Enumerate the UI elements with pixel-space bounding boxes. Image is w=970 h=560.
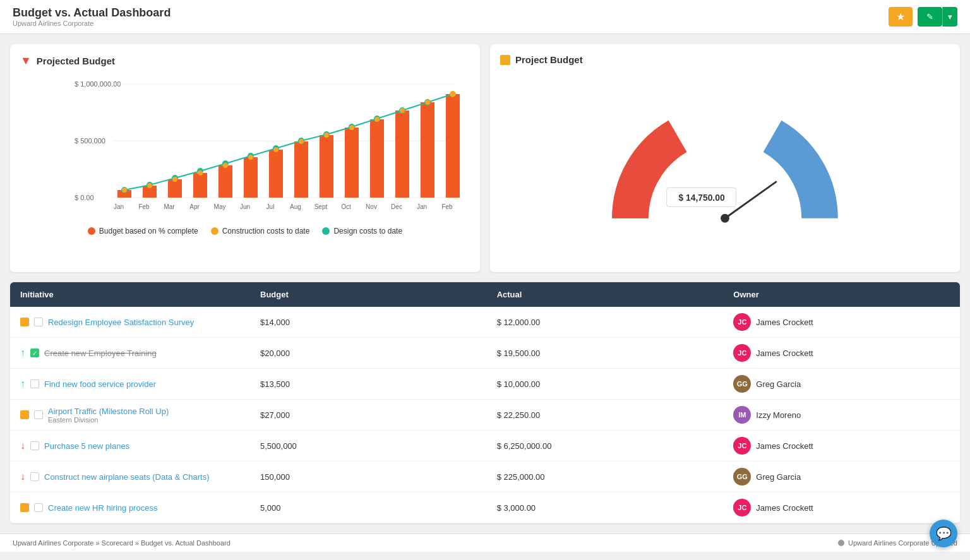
svg-text:Jan: Jan xyxy=(417,203,427,210)
budget-cell: 150,000 xyxy=(250,462,487,492)
legend-item-construction: Construction costs to date xyxy=(211,227,310,235)
initiative-name[interactable]: Purchase 5 new planes xyxy=(44,441,129,451)
initiative-name[interactable]: Construct new airplane seats (Data & Cha… xyxy=(44,472,210,482)
initiative-name[interactable]: Redesign Employee Satisfaction Survey xyxy=(48,318,194,327)
row-checkbox[interactable] xyxy=(34,318,43,326)
svg-rect-14 xyxy=(320,135,333,198)
table-header: Initiative Budget Actual Owner xyxy=(10,282,960,307)
svg-point-37 xyxy=(198,170,203,176)
chat-bubble-button[interactable]: 💬 xyxy=(930,520,957,547)
svg-point-40 xyxy=(273,147,278,152)
svg-text:$ 14,750.00: $ 14,750.00 xyxy=(679,193,725,203)
initiative-sub: Eastern Division xyxy=(48,416,169,424)
table-row: ↓ Construct new airplane seats (Data & C… xyxy=(10,462,960,492)
owner-cell: JC James Crockett xyxy=(723,492,960,523)
initiative-cell: ↑ ✓ Create new Employee Training xyxy=(10,338,250,368)
owner-name: James Crockett xyxy=(756,503,813,513)
edit-button[interactable]: ✎ xyxy=(918,7,942,27)
table-row: ↑ ✓ Create new Employee Training $20,000… xyxy=(10,338,960,369)
row-checkbox[interactable]: ✓ xyxy=(30,349,39,357)
svg-point-62 xyxy=(659,153,791,262)
page-subtitle: Upward Airlines Corporate xyxy=(13,20,171,27)
svg-text:Jan: Jan xyxy=(114,203,124,210)
svg-rect-16 xyxy=(370,119,384,198)
legend-item-budget: Budget based on % complete xyxy=(88,227,198,235)
initiative-name[interactable]: Airport Traffic (Milestone Roll Up) xyxy=(48,407,169,416)
svg-rect-17 xyxy=(395,110,409,198)
chart-legend: Budget based on % complete Construction … xyxy=(20,227,470,235)
svg-text:Feb: Feb xyxy=(441,203,453,210)
row-indicator xyxy=(20,318,29,326)
owner-name: Izzy Moreno xyxy=(756,410,801,420)
col-owner: Owner xyxy=(723,282,960,307)
svg-text:Nov: Nov xyxy=(366,203,377,210)
footer-breadcrumb: Upward Airlines Corporate » Scorecard » … xyxy=(13,539,231,547)
legend-dot-design xyxy=(322,227,330,235)
table-row: ↑ Find new food service provider $13,500… xyxy=(10,369,960,400)
legend-label-budget: Budget based on % complete xyxy=(99,227,198,235)
row-checkbox[interactable] xyxy=(34,503,43,512)
table-row: Redesign Employee Satisfaction Survey $1… xyxy=(10,307,960,338)
edit-dropdown-button[interactable]: ▾ xyxy=(942,7,957,27)
row-checkbox[interactable] xyxy=(30,472,39,481)
owner-name: James Crockett xyxy=(756,441,813,451)
svg-text:Jun: Jun xyxy=(240,203,250,210)
star-button[interactable]: ★ xyxy=(889,7,913,27)
project-budget-icon xyxy=(500,55,510,65)
svg-rect-9 xyxy=(193,173,207,198)
avatar: JC xyxy=(733,499,751,516)
main-content: ▼ Projected Budget $ 1,000,000.00 $ 500,… xyxy=(0,34,970,533)
avatar: IM xyxy=(733,406,751,424)
page-title: Budget vs. Actual Dashboard xyxy=(13,6,171,20)
svg-rect-15 xyxy=(345,128,359,198)
svg-text:Dec: Dec xyxy=(391,203,402,210)
svg-rect-13 xyxy=(294,141,308,198)
bar-chart-svg: $ 1,000,000.00 $ 500,000 $ 0.00 xyxy=(20,75,470,220)
initiative-cell: ↓ Purchase 5 new planes xyxy=(10,431,250,461)
svg-point-38 xyxy=(223,163,228,168)
svg-point-42 xyxy=(324,133,329,138)
owner-name: Greg Garcia xyxy=(756,472,801,482)
gauge-svg: $ 14,750.00 xyxy=(599,73,851,262)
footer-status-dot xyxy=(838,540,844,546)
actual-cell: $ 22,250.00 xyxy=(487,400,724,430)
row-indicator xyxy=(20,410,29,419)
owner-cell: IM Izzy Moreno xyxy=(723,400,960,430)
initiative-name[interactable]: Find new food service provider xyxy=(44,379,156,389)
row-checkbox[interactable] xyxy=(34,410,43,419)
trend-up-icon: ↑ xyxy=(20,347,25,359)
svg-text:Feb: Feb xyxy=(138,203,150,210)
avatar: GG xyxy=(733,468,751,486)
svg-text:Mar: Mar xyxy=(164,203,175,210)
initiative-cell: ↓ Construct new airplane seats (Data & C… xyxy=(10,462,250,492)
row-checkbox[interactable] xyxy=(30,441,39,450)
initiative-cell: Create new HR hiring process xyxy=(10,492,250,523)
gauge-container: $ 14,750.00 xyxy=(500,73,950,262)
owner-cell: JC James Crockett xyxy=(723,338,960,368)
svg-point-47 xyxy=(450,92,455,97)
table-row: Airport Traffic (Milestone Roll Up) East… xyxy=(10,400,960,431)
avatar: JC xyxy=(733,437,751,455)
actual-cell: $ 19,500.00 xyxy=(487,338,724,368)
actual-cell: $ 6,250,000.00 xyxy=(487,431,724,461)
initiative-name[interactable]: Create new HR hiring process xyxy=(48,503,157,513)
svg-point-44 xyxy=(374,117,380,122)
svg-rect-11 xyxy=(244,157,258,198)
svg-point-43 xyxy=(349,125,354,130)
project-budget-title: Project Budget xyxy=(500,54,950,65)
header-actions: ★ ✎ ▾ xyxy=(889,7,957,27)
legend-item-design: Design costs to date xyxy=(322,227,402,235)
svg-text:Apr: Apr xyxy=(189,203,200,210)
row-checkbox[interactable] xyxy=(30,379,39,388)
legend-label-construction: Construction costs to date xyxy=(222,227,310,235)
budget-cell: 5,000 xyxy=(250,492,487,523)
svg-point-36 xyxy=(172,177,177,182)
initiative-cell: Redesign Employee Satisfaction Survey xyxy=(10,307,250,337)
avatar: JC xyxy=(733,313,751,331)
svg-rect-8 xyxy=(168,179,182,198)
initiative-name[interactable]: Create new Employee Training xyxy=(44,349,157,358)
trend-down-icon: ↓ xyxy=(20,440,25,451)
actual-cell: $ 10,000.00 xyxy=(487,369,724,399)
edit-icon: ✎ xyxy=(926,12,933,21)
trend-up-icon: ↑ xyxy=(20,378,25,390)
